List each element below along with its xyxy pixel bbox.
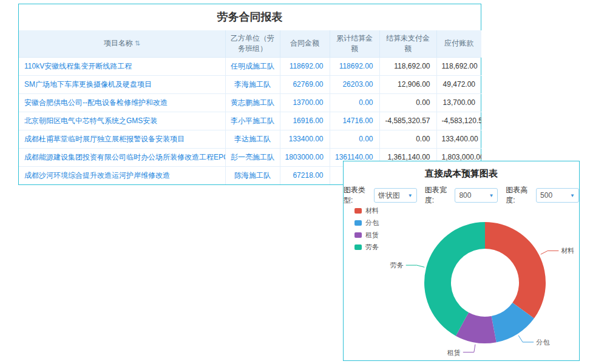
legend-marker xyxy=(354,232,362,238)
pie-slice-label: 分包 xyxy=(536,339,550,346)
unpaid-amount-cell: 0.00 xyxy=(379,93,436,112)
column-header-label: 合同金额 xyxy=(290,39,319,47)
donut-chart: 材料分包租赁劳务 xyxy=(344,197,579,359)
legend-label: 租赁 xyxy=(365,231,379,240)
unpaid-amount-cell: -4,585,320.57 xyxy=(379,112,436,130)
contract-amount-cell: 67218.00 xyxy=(280,166,330,184)
project-name-cell[interactable]: 成都沙河环境综合提升改造运河护岸维修改造 xyxy=(19,166,225,184)
contractor-cell: 彭一亮施工队 xyxy=(225,148,280,166)
column-header-payable: 应付账款 xyxy=(436,30,481,57)
column-header-contractor: 乙方单位（劳务班组） xyxy=(225,30,280,57)
report-title: 劳务合同报表 xyxy=(19,4,481,30)
legend-item-材料[interactable]: 材料 xyxy=(354,206,379,215)
table-row: SM广场地下车库更换摄像机及硬盘项目李海施工队62769.0026203.001… xyxy=(19,75,481,93)
chart-panel: 直接成本预算图表 图表类型: 饼状图 ▼ 图表宽度: 800 ▼ 图表高度: 5… xyxy=(343,161,580,361)
legend-marker xyxy=(354,244,362,250)
table-row: 北京朝阳区电气中芯特气系统之GMS安装李小平施工队16916.0014716.0… xyxy=(19,112,481,130)
contractor-cell: 陈海施工队 xyxy=(225,166,280,184)
legend-item-分包[interactable]: 分包 xyxy=(354,218,379,228)
labor-contract-report-panel: 劳务合同报表 项目名称⇅乙方单位（劳务班组）合同金额累计结算金额结算未支付金额应… xyxy=(18,4,481,185)
legend-marker xyxy=(354,220,362,226)
sort-icon[interactable]: ⇅ xyxy=(135,39,140,47)
pie-slice-label: 劳务 xyxy=(390,261,404,269)
contract-amount-cell: 16916.00 xyxy=(280,112,330,130)
chart-panel-title: 直接成本预算图表 xyxy=(344,161,579,185)
payable-cell: 133,400.00 xyxy=(436,130,481,148)
contractor-cell: 黄志鹏施工队 xyxy=(225,93,280,112)
contract-amount-cell: 133400.00 xyxy=(280,130,330,148)
unpaid-amount-cell: 118,692.00 xyxy=(379,57,436,75)
settled-amount-cell: 118692.00 xyxy=(330,57,379,75)
column-header-unpaid-amount: 结算未支付金额 xyxy=(379,30,436,57)
project-name-cell[interactable]: SM广场地下车库更换摄像机及硬盘项目 xyxy=(19,75,225,93)
column-header-project-name: 项目名称⇅ xyxy=(19,30,225,57)
project-name-cell[interactable]: 北京朝阳区电气中芯特气系统之GMS安装 xyxy=(19,112,225,130)
pie-label-line xyxy=(541,251,559,254)
settled-amount-cell: 26203.00 xyxy=(330,75,379,93)
chart-legend: 材料分包租赁劳务 xyxy=(354,206,379,255)
column-header-label: 累计结算金额 xyxy=(336,34,373,53)
legend-label: 材料 xyxy=(365,206,379,215)
column-header-settled-amount: 累计结算金额 xyxy=(330,30,379,57)
contract-amount-cell: 62769.00 xyxy=(280,75,330,93)
legend-label: 分包 xyxy=(365,218,379,228)
table-header-row: 项目名称⇅乙方单位（劳务班组）合同金额累计结算金额结算未支付金额应付账款 xyxy=(19,30,481,57)
table-row: 110kV安徽线程集变开断线路工程任明成施工队118692.00118692.0… xyxy=(19,57,481,75)
payable-cell: 49,472.00 xyxy=(436,75,481,93)
column-header-contract-amount: 合同金额 xyxy=(280,30,330,57)
contractor-cell: 任明成施工队 xyxy=(225,57,280,75)
table-row: 安徽合肥供电公司--配电设备检修维护和改造黄志鹏施工队13700.000.000… xyxy=(19,93,481,112)
payable-cell: 13,700.00 xyxy=(436,93,481,112)
page: { "report": { "title": "劳务合同报表", "column… xyxy=(0,0,607,364)
project-name-cell[interactable]: 110kV安徽线程集变开断线路工程 xyxy=(19,57,225,75)
legend-item-租赁[interactable]: 租赁 xyxy=(354,231,379,240)
contract-amount-cell: 118692.00 xyxy=(280,57,330,75)
project-name-cell[interactable]: 安徽合肥供电公司--配电设备检修维护和改造 xyxy=(19,93,225,112)
column-header-label: 结算未支付金额 xyxy=(386,34,430,53)
table-row: 成都杜甫草堂临时展厅独立展柜报警设备安装项目李达施工队133400.000.00… xyxy=(19,130,481,148)
pie-label-line xyxy=(518,335,534,342)
settled-amount-cell: 0.00 xyxy=(330,93,379,112)
pie-slice-材料[interactable] xyxy=(485,222,546,318)
pie-slice-label: 材料 xyxy=(561,247,574,254)
contractor-cell: 李小平施工队 xyxy=(225,112,280,130)
contractor-cell: 李海施工队 xyxy=(225,75,280,93)
project-name-cell[interactable]: 成都能源建设集团投资有限公司临时办公场所装修改造工程EPC xyxy=(19,148,225,166)
payable-cell: -4,583,120.57 xyxy=(436,112,481,130)
column-header-label: 项目名称 xyxy=(104,39,133,47)
column-header-label: 应付账款 xyxy=(444,39,473,47)
unpaid-amount-cell: 12,906.00 xyxy=(379,75,436,93)
column-header-label: 乙方单位（劳务班组） xyxy=(231,34,274,53)
pie-label-line xyxy=(463,345,475,352)
legend-label: 劳务 xyxy=(365,243,379,252)
legend-item-劳务[interactable]: 劳务 xyxy=(354,243,379,252)
contract-amount-cell: 1803000.00 xyxy=(280,148,330,166)
payable-cell: 118,692.00 xyxy=(436,57,481,75)
contractor-cell: 李达施工队 xyxy=(225,130,280,148)
unpaid-amount-cell: 0.00 xyxy=(379,130,436,148)
contract-amount-cell: 13700.00 xyxy=(280,93,330,112)
project-name-cell[interactable]: 成都杜甫草堂临时展厅独立展柜报警设备安装项目 xyxy=(19,130,225,148)
settled-amount-cell: 14716.00 xyxy=(330,112,379,130)
settled-amount-cell: 0.00 xyxy=(330,130,379,148)
legend-marker xyxy=(354,208,362,214)
pie-slice-label: 租赁 xyxy=(447,349,461,356)
pie-label-line xyxy=(406,265,425,267)
